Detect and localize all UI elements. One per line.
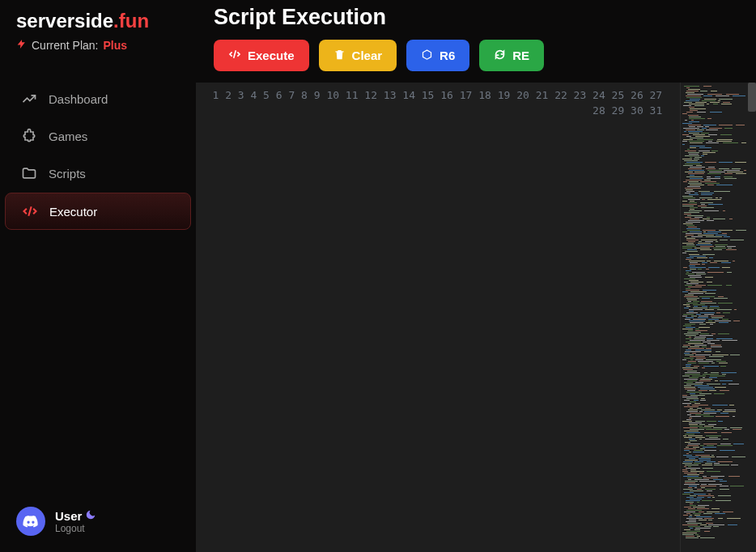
logo-text-1: serverside: [16, 10, 113, 32]
moon-icon: [85, 509, 96, 523]
plan-value: Plus: [103, 39, 127, 52]
svg-line-0: [28, 206, 31, 216]
trash-icon: [333, 49, 346, 63]
plan-label: Current Plan:: [32, 39, 98, 52]
nav-scripts[interactable]: Scripts: [5, 155, 191, 191]
plan-row: Current Plan: Plus: [0, 36, 196, 71]
scrollbar-thumb[interactable]: [748, 83, 756, 112]
main: Script Execution Execute Clear R6 RE 1 2…: [196, 0, 756, 552]
user-row: User Logout: [0, 495, 196, 552]
code-area[interactable]: if game:GetService("RunService"):IsClien…: [672, 83, 680, 552]
nav-scripts-label: Scripts: [49, 167, 86, 180]
sidebar: serverside.fun Current Plan: Plus Dashbo…: [0, 0, 196, 552]
button-row: Execute Clear R6 RE: [214, 40, 738, 71]
bolt-icon: [16, 39, 27, 52]
line-gutter: 1 2 3 4 5 6 7 8 9 10 11 12 13 14 15 16 1…: [196, 83, 672, 552]
page-title: Script Execution: [214, 5, 738, 30]
nav-executor-label: Executor: [49, 205, 97, 219]
execute-button[interactable]: Execute: [214, 40, 309, 71]
user-name: User: [55, 509, 96, 523]
logo: serverside.fun: [0, 10, 196, 36]
nav-games[interactable]: Games: [5, 118, 191, 154]
re-button[interactable]: RE: [479, 40, 544, 71]
cube-icon: [421, 49, 433, 63]
puzzle-icon: [21, 128, 37, 144]
header: Script Execution Execute Clear R6 RE: [196, 0, 756, 83]
code-icon: [22, 203, 38, 219]
user-info: User Logout: [55, 509, 96, 534]
trending-icon: [21, 91, 37, 107]
code-icon: [228, 48, 241, 63]
minimap[interactable]: [680, 83, 746, 552]
refresh-icon: [494, 49, 506, 63]
nav-executor[interactable]: Executor: [5, 193, 191, 230]
nav-games-label: Games: [49, 130, 87, 143]
folder-icon: [21, 165, 37, 181]
logout-link[interactable]: Logout: [55, 523, 96, 534]
nav: Dashboard Games Scripts Executor: [0, 71, 196, 495]
scrollbar[interactable]: [746, 83, 756, 552]
logo-text-2: .fun: [113, 10, 149, 32]
editor[interactable]: 1 2 3 4 5 6 7 8 9 10 11 12 13 14 15 16 1…: [196, 83, 756, 552]
clear-button[interactable]: Clear: [319, 40, 397, 71]
discord-icon[interactable]: [16, 507, 45, 536]
r6-button[interactable]: R6: [406, 40, 469, 71]
nav-dashboard-label: Dashboard: [49, 92, 108, 106]
nav-dashboard[interactable]: Dashboard: [5, 81, 191, 117]
svg-line-1: [234, 50, 236, 57]
